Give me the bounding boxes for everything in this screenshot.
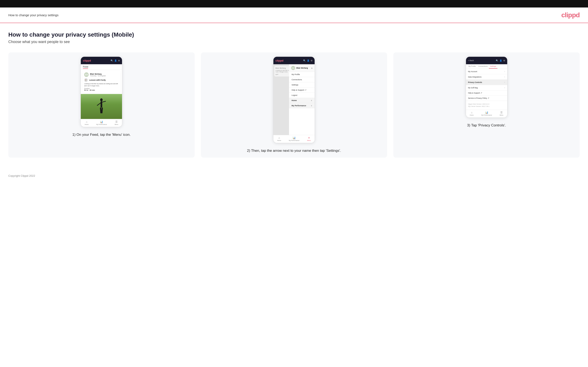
settings-item-helpsupport[interactable]: Help & Support ↗ — [466, 91, 507, 96]
nav-home-label: Home — [85, 124, 89, 125]
tab-connections[interactable]: Connections — [477, 64, 489, 69]
dataintegrations-label: Data Integrations — [468, 76, 482, 78]
privacycontrols-label: Privacy Controls — [468, 81, 482, 83]
dropdown-menu: BM Blair McHarg ∧ My Profile Connections… — [289, 64, 315, 135]
nav-menu-label: Menu — [114, 124, 118, 125]
gear-icon-3: ⚙ — [503, 59, 505, 62]
post-header: BM Blair McHarg Yesterday · Sunningdale — [84, 72, 119, 77]
page-subtitle: Choose what you want people to see — [8, 40, 580, 44]
nav3-menu-label: Menu — [500, 114, 503, 116]
settings-item-myaccount[interactable]: My Account › — [466, 69, 507, 74]
performance-icon-3: 📊 — [485, 111, 488, 114]
footer: Copyright Clippd 2022 — [0, 170, 588, 182]
feed-tab-label: Feed — [83, 66, 88, 69]
performance-icon: 📊 — [100, 120, 103, 123]
nav-home: ⌂ Home — [85, 120, 89, 125]
copyright-text: Copyright Clippd 2022 — [8, 174, 35, 177]
nav-performance: 📊 My Performance — [96, 120, 107, 125]
settings-item-dataintegrations[interactable]: Data Integrations › — [466, 74, 507, 80]
tab-settings[interactable]: Settings — [489, 64, 497, 69]
nav2-menu-label: Menu — [307, 140, 311, 141]
phone-3-icons: 🔍 👤 ⚙ — [496, 59, 505, 62]
nav3-menu: ☰ Menu — [500, 111, 503, 116]
settings-list: My Account › Data Integrations › Privacy… — [466, 69, 507, 101]
step-3-caption: 3) Tap 'Privacy Controls'. — [467, 123, 506, 128]
search-icon-2: 🔍 — [303, 59, 306, 62]
menu-icon-3: ☰ — [500, 111, 503, 114]
gear-icon: ⚙ — [118, 59, 120, 62]
sql-version: SQL Server Version: 2022.7.30-1 — [468, 105, 505, 108]
phone-2-logo: clippd — [276, 59, 283, 62]
settings-item-mygolfbag[interactable]: My Golf Bag › — [466, 85, 507, 91]
home-icon: ⌂ — [86, 120, 87, 123]
steps-container: clippd 🔍 👤 ⚙ Feed BM Blair — [8, 52, 580, 158]
helpsupport-label: Help & Support ↗ — [468, 92, 482, 94]
nav3-performance: 📊 My Performance — [481, 111, 492, 116]
main-content: How to change your privacy settings (Mob… — [0, 23, 588, 170]
user-icon-2: 👤 — [307, 59, 309, 62]
header: How to change your privacy settings clip… — [0, 8, 588, 23]
nav2-performance-label: My Performance — [289, 140, 299, 141]
user-icon-3: 👤 — [500, 59, 502, 62]
nav2-menu: ✕ Menu — [307, 136, 311, 141]
phone-3-bottom-nav: ⌂ Home 📊 My Performance ☰ Menu — [466, 109, 507, 117]
feed-tab: Feed — [81, 64, 122, 69]
lesson-icon: 🏌 — [84, 78, 88, 82]
myaccount-chevron: › — [504, 70, 505, 73]
settings-item-privacycontrols[interactable]: Privacy Controls › — [466, 80, 507, 85]
step-2-caption: 2) Then, tap the arrow next to your name… — [247, 148, 341, 153]
nav2-home-label: Home — [277, 140, 281, 141]
menu-item-settings[interactable]: Settings — [289, 82, 315, 88]
nav3-home: ⌂ Home — [470, 111, 474, 116]
client-version: Clippd Client Version: 2022.8.3-3 — [468, 103, 505, 105]
phone-2-content: Blair McHarg Looking to feel like my han… — [273, 64, 315, 135]
privacycontrols-chevron: › — [504, 81, 505, 83]
menu-item-logout[interactable]: Logout — [289, 93, 315, 98]
back-button[interactable]: < Back — [468, 59, 474, 62]
dropdown-user-info: BM Blair McHarg — [291, 66, 308, 70]
phone-mockup-2: clippd 🔍 👤 ⚙ Blair McHarg Looking to fee… — [273, 57, 315, 143]
phone-1-topbar: clippd 🔍 👤 ⚙ — [81, 57, 122, 64]
golf-image — [81, 94, 122, 119]
phone-2-icons: 🔍 👤 ⚙ — [303, 59, 312, 62]
performance-icon-2: 📊 — [293, 136, 296, 139]
myaccount-label: My Account — [468, 70, 477, 73]
settings-tabs: My Profile Connections Settings — [466, 64, 507, 69]
menu-item-home[interactable]: Home∨ — [289, 98, 315, 103]
menu-item-connections[interactable]: Connections — [289, 77, 315, 82]
dropdown-arrow: ∧ — [311, 67, 312, 69]
nav2-home: ⌂ Home — [277, 136, 281, 141]
post-author-info: Blair McHarg Yesterday · Sunningdale — [90, 73, 106, 76]
gear-icon-2: ⚙ — [311, 59, 312, 62]
page-title: How to change your privacy settings (Mob… — [8, 31, 580, 38]
svg-rect-5 — [101, 107, 103, 113]
menu-item-myprofile[interactable]: My Profile — [289, 72, 315, 77]
tab-myprofile[interactable]: My Profile — [467, 64, 477, 69]
step-3-card: < Back 🔍 👤 ⚙ My Profile Connections Sett… — [393, 52, 580, 158]
dropdown-user-row: BM Blair McHarg ∧ — [289, 64, 315, 72]
menu-icon: ☰ — [115, 120, 118, 123]
nav3-home-label: Home — [470, 114, 474, 116]
phone-1-logo: clippd — [83, 59, 91, 62]
version-info: Clippd Client Version: 2022.8.3-3 SQL Se… — [466, 101, 507, 109]
serviceprivacy-label: Service & Privacy Policy ↗ — [468, 97, 489, 99]
home-icon-3: ⌂ — [471, 111, 472, 114]
menu-item-helpsupport[interactable]: Help & Support ↗ — [289, 88, 315, 93]
golfer-silhouette — [95, 98, 108, 117]
dropdown-username: Blair McHarg — [296, 67, 308, 69]
close-icon-2: ✕ — [308, 136, 310, 139]
settings-item-serviceprivacy[interactable]: Service & Privacy Policy ↗ — [466, 96, 507, 101]
duration-value: 01 hr : 30 min — [84, 89, 119, 91]
phone-mockup-1: clippd 🔍 👤 ⚙ Feed BM Blair — [81, 57, 122, 127]
feed-post: BM Blair McHarg Yesterday · Sunningdale … — [82, 71, 120, 93]
phone-1-icons: 🔍 👤 ⚙ — [111, 59, 120, 62]
mygolfbag-chevron: › — [504, 86, 505, 89]
nav3-performance-label: My Performance — [481, 114, 492, 116]
phone-2-topbar: clippd 🔍 👤 ⚙ — [273, 57, 315, 64]
post-description: Looking to feel like my hands are exitin… — [84, 83, 119, 87]
phone-mockup-3: < Back 🔍 👤 ⚙ My Profile Connections Sett… — [466, 57, 507, 118]
search-icon-3: 🔍 — [496, 59, 498, 62]
step-1-card: clippd 🔍 👤 ⚙ Feed BM Blair — [8, 52, 195, 158]
phone-3-topbar: < Back 🔍 👤 ⚙ — [466, 57, 507, 64]
menu-item-myperformance[interactable]: My Performance∨ — [289, 103, 315, 108]
